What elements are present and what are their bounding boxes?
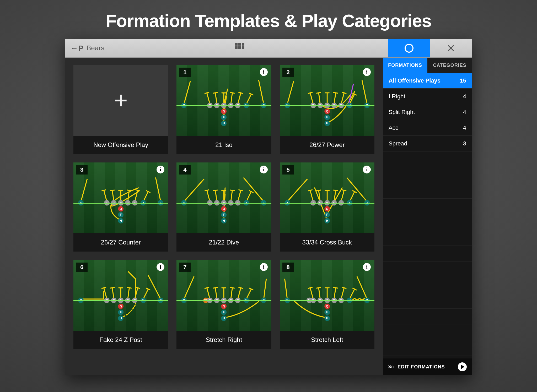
svg-text:G: G — [230, 104, 232, 107]
svg-point-135 — [203, 298, 209, 303]
formation-item[interactable]: Spread3 — [383, 136, 472, 151]
svg-text:Z: Z — [263, 299, 265, 302]
circle-icon — [405, 44, 414, 53]
svg-point-173 — [331, 298, 337, 303]
play-card[interactable]: 5 i XZYTG0GTQFH 33/34 Cross Buck — [280, 162, 374, 252]
play-card[interactable]: 7 i TEXZYTG0GTQFH Stretch Right — [176, 260, 271, 349]
svg-point-83 — [235, 200, 241, 206]
svg-point-59 — [125, 200, 131, 206]
xo-icon: ×○ — [388, 363, 394, 370]
svg-text:G: G — [319, 201, 321, 204]
svg-text:0: 0 — [326, 104, 328, 107]
svg-point-13 — [221, 103, 227, 108]
svg-text:Y: Y — [348, 299, 351, 302]
svg-text:Z: Z — [160, 201, 162, 204]
grid-view-icon[interactable] — [235, 43, 244, 53]
formation-count: 4 — [463, 124, 466, 131]
svg-text:Z: Z — [366, 201, 368, 204]
svg-text:T: T — [237, 104, 239, 107]
svg-point-169 — [317, 298, 323, 303]
formation-count: 4 — [463, 109, 466, 116]
play-icon[interactable] — [458, 362, 467, 371]
play-card[interactable]: 6 i XZYTG0GTQFH Fake 24 Z Post — [73, 260, 168, 349]
app-window: ←P Bears ✕ — [65, 39, 472, 375]
svg-text:X: X — [80, 201, 82, 204]
svg-point-81 — [228, 200, 234, 206]
formation-label: Ace — [389, 124, 399, 131]
svg-text:X: X — [286, 201, 288, 204]
formation-count: 3 — [463, 140, 466, 147]
svg-text:X: X — [286, 299, 288, 302]
svg-point-61 — [132, 200, 137, 206]
svg-point-7 — [244, 103, 249, 108]
play-field: 8 i UXZYTG0GTQFH — [280, 260, 374, 331]
svg-point-101 — [324, 200, 330, 206]
play-diagram: XZYTG0GTQFH — [176, 162, 271, 233]
play-field: 5 i XZYTG0GTQFH — [280, 162, 374, 233]
play-diagram: XZYTG0GTQFH — [280, 65, 374, 136]
svg-text:0: 0 — [326, 201, 328, 204]
svg-text:Z: Z — [263, 104, 265, 107]
play-card[interactable]: 1 i XZYTG0GTQFH 21 Iso — [176, 65, 271, 154]
close-panel-button[interactable]: ✕ — [430, 39, 472, 57]
formation-list: All Offensive Plays15I Right4Split Right… — [383, 73, 472, 151]
svg-text:H: H — [120, 219, 122, 222]
svg-text:Q: Q — [223, 110, 225, 113]
svg-text:Y: Y — [142, 201, 144, 204]
svg-text:T: T — [312, 299, 314, 302]
back-button[interactable]: ←P Bears — [65, 44, 144, 53]
svg-point-3 — [181, 103, 187, 108]
svg-text:H: H — [223, 122, 225, 125]
svg-text:T: T — [237, 299, 239, 302]
svg-text:H: H — [326, 317, 328, 320]
formations-panel-tab[interactable] — [388, 39, 430, 57]
svg-text:Q: Q — [326, 207, 328, 210]
formation-label: All Offensive Plays — [389, 77, 441, 84]
formation-item[interactable]: Ace4 — [383, 120, 472, 136]
svg-text:X: X — [183, 104, 185, 107]
formation-count: 15 — [460, 77, 466, 84]
svg-point-175 — [338, 298, 344, 303]
formation-label: I Right — [389, 93, 405, 100]
edit-formations-label: EDIT FORMATIONS — [398, 364, 445, 370]
play-name: Stretch Left — [280, 331, 374, 349]
svg-text:G: G — [127, 299, 129, 302]
svg-point-163 — [364, 298, 370, 303]
formation-item[interactable]: Split Right4 — [383, 104, 472, 120]
svg-text:T: T — [312, 104, 314, 107]
play-card[interactable]: 2 i XZYTG0GTQFH 26/27 Power — [280, 65, 374, 154]
svg-point-17 — [235, 103, 241, 108]
svg-text:Q: Q — [223, 207, 225, 210]
play-grid: +New Offensive Play 1 i XZYTG0GTQFH 21 I… — [65, 58, 383, 375]
formation-item[interactable]: All Offensive Plays15 — [383, 73, 472, 89]
play-field: 2 i XZYTG0GTQFH — [280, 65, 374, 136]
sidebar-spacer — [383, 151, 472, 358]
new-play-label: New Offensive Play — [73, 136, 168, 154]
formation-count: 4 — [463, 93, 466, 100]
tab-formations[interactable]: FORMATIONS — [383, 58, 427, 73]
play-diagram: XZYTG0GTQFH — [73, 260, 168, 331]
play-name: Fake 24 Z Post — [73, 331, 168, 349]
svg-text:Y: Y — [348, 201, 351, 204]
play-card[interactable]: 4 i XZYTG0GTQFH 21/22 Dive — [176, 162, 271, 252]
play-name: 26/27 Power — [280, 136, 374, 154]
svg-text:0: 0 — [223, 201, 225, 204]
play-card[interactable]: 8 i UXZYTG0GTQFH Stretch Left — [280, 260, 374, 349]
svg-text:H: H — [223, 317, 225, 320]
svg-point-141 — [244, 298, 249, 303]
svg-point-11 — [214, 103, 220, 108]
svg-text:Y: Y — [142, 299, 144, 302]
svg-text:T: T — [312, 201, 314, 204]
svg-point-79 — [221, 200, 227, 206]
svg-text:0: 0 — [120, 299, 121, 302]
play-diagram: TEXZYTG0GTQFH — [176, 260, 271, 331]
svg-text:T: T — [340, 104, 342, 107]
sidebar-footer[interactable]: ×○ EDIT FORMATIONS — [383, 358, 472, 375]
svg-text:F: F — [326, 311, 328, 314]
new-play-card[interactable]: +New Offensive Play — [73, 65, 168, 154]
tab-categories[interactable]: CATEGORIES — [427, 58, 472, 73]
formation-item[interactable]: I Right4 — [383, 89, 472, 104]
svg-point-167 — [310, 298, 316, 303]
svg-point-145 — [214, 298, 220, 303]
play-card[interactable]: 3 i XZYTG0GTQFH 26/27 Counter — [73, 162, 168, 252]
